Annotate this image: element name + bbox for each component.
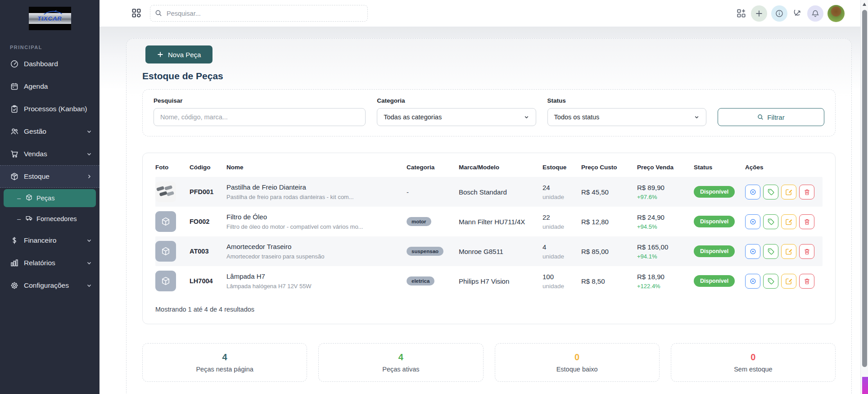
eye-icon bbox=[750, 189, 756, 195]
part-code: FO002 bbox=[190, 213, 226, 230]
sidebar-item-label: Configurações bbox=[24, 281, 81, 290]
tag-icon bbox=[768, 218, 774, 225]
cube-icon bbox=[161, 217, 170, 226]
table-body: PFD001 Pastilha de Freio Dianteira Pasti… bbox=[155, 177, 823, 296]
view-button[interactable] bbox=[745, 214, 760, 229]
sidebar-item-label: Dashboard bbox=[24, 60, 92, 68]
corner-accent bbox=[862, 377, 868, 394]
page-scrollbar[interactable] bbox=[860, 0, 868, 394]
eye-icon bbox=[750, 218, 756, 225]
stock-quantity: 4 bbox=[542, 243, 578, 251]
part-name: Pastilha de Freio Dianteira bbox=[226, 183, 403, 191]
stock-quantity: 22 bbox=[542, 213, 578, 221]
apps-grid-icon[interactable] bbox=[131, 8, 142, 19]
sidebar-item-estoque[interactable]: Estoque bbox=[0, 165, 99, 188]
cost-price: R$ 85,00 bbox=[581, 243, 637, 260]
edit-button[interactable] bbox=[781, 214, 796, 229]
part-name: Filtro de Óleo bbox=[226, 213, 403, 221]
price-margin: +122.4% bbox=[637, 283, 690, 290]
eye-icon bbox=[750, 248, 756, 255]
filter-button[interactable]: Filtrar bbox=[718, 108, 824, 126]
column-header: Nome bbox=[226, 164, 407, 171]
part-photo bbox=[155, 211, 176, 232]
sidebar-item-gestao[interactable]: Gestão bbox=[0, 120, 99, 143]
delete-button[interactable] bbox=[799, 185, 814, 199]
sale-price: R$ 18,90 bbox=[637, 273, 690, 281]
satellite-dish-button[interactable] bbox=[791, 8, 803, 19]
brand-logo[interactable]: TIXCAR bbox=[0, 0, 99, 35]
sidebar-item-configuracoes[interactable]: Configurações bbox=[0, 274, 99, 297]
sidebar-item-fornecedores[interactable]: Fornecedores bbox=[4, 210, 96, 228]
stat-value: 0 bbox=[574, 352, 579, 362]
column-header: Preço Venda bbox=[637, 164, 694, 171]
edit-button[interactable] bbox=[781, 274, 796, 289]
sidebar-item-label: Agenda bbox=[24, 82, 92, 91]
tag-icon bbox=[768, 248, 774, 255]
part-photo bbox=[155, 241, 176, 262]
price-margin: +94.5% bbox=[637, 223, 690, 230]
info-button[interactable] bbox=[771, 5, 787, 22]
cost-price: R$ 8,50 bbox=[581, 273, 637, 290]
status-select[interactable]: Todos os status bbox=[547, 108, 706, 126]
bar-chart-icon bbox=[10, 259, 18, 267]
chevron-down-icon bbox=[86, 282, 92, 289]
stock-unit: unidade bbox=[542, 194, 578, 200]
scroll-up-arrow[interactable] bbox=[863, 3, 866, 6]
grid-plus-icon bbox=[737, 9, 746, 18]
sidebar-item-label: Peças bbox=[36, 195, 96, 202]
sidebar-item-label: Fornecedores bbox=[36, 215, 96, 222]
user-avatar[interactable] bbox=[827, 5, 845, 22]
speedometer-icon bbox=[10, 60, 18, 68]
stat-card-page-parts: 4 Peças nesta página bbox=[142, 343, 307, 382]
quick-add-button[interactable] bbox=[751, 5, 767, 22]
column-header: Status bbox=[694, 164, 745, 171]
stat-label: Peças ativas bbox=[382, 366, 419, 373]
sidebar-item-label: Estoque bbox=[24, 172, 81, 181]
notifications-button[interactable] bbox=[807, 5, 823, 22]
plus-icon bbox=[157, 51, 163, 58]
new-part-button[interactable]: Nova Peça bbox=[145, 45, 212, 63]
column-header: Preço Custo bbox=[581, 164, 637, 171]
page-title: Estoque de Peças bbox=[142, 71, 836, 82]
delete-button[interactable] bbox=[799, 244, 814, 259]
scrollbar-thumb[interactable] bbox=[862, 10, 867, 367]
sale-price: R$ 24,90 bbox=[637, 213, 690, 221]
sidebar-menu: Dashboard Agenda Processos (Kanban) Gest… bbox=[0, 53, 99, 297]
tag-button[interactable] bbox=[763, 214, 778, 229]
sidebar-item-processos[interactable]: Processos (Kanban) bbox=[0, 98, 99, 120]
chevron-down-icon bbox=[86, 128, 92, 135]
view-button[interactable] bbox=[745, 274, 760, 289]
table-row: AT003 Amortecedor Traseiro Amortecedor t… bbox=[155, 236, 823, 266]
stat-card-out-of-stock: 0 Sem estoque bbox=[671, 343, 836, 382]
sidebar-item-pecas[interactable]: Peças bbox=[4, 189, 96, 207]
tag-button[interactable] bbox=[763, 274, 778, 289]
chevron-right-icon bbox=[86, 173, 92, 180]
parts-search-input[interactable] bbox=[154, 108, 366, 126]
add-widget-button[interactable] bbox=[735, 8, 747, 19]
bell-icon bbox=[811, 9, 819, 18]
part-name: Lâmpada H7 bbox=[226, 272, 403, 280]
sidebar-item-financeiro[interactable]: Financeiro bbox=[0, 229, 99, 252]
global-search-input[interactable] bbox=[150, 5, 368, 22]
delete-button[interactable] bbox=[799, 214, 814, 229]
part-code: AT003 bbox=[190, 243, 226, 259]
sidebar-item-vendas[interactable]: Vendas bbox=[0, 143, 99, 165]
dollar-icon bbox=[10, 236, 18, 245]
part-name: Amortecedor Traseiro bbox=[226, 243, 403, 250]
table-header-row: Foto Código Nome Categoria Marca/Modelo … bbox=[155, 161, 823, 177]
sidebar-item-relatorios[interactable]: Relatórios bbox=[0, 252, 99, 274]
sidebar-item-agenda[interactable]: Agenda bbox=[0, 75, 99, 98]
view-button[interactable] bbox=[745, 244, 760, 259]
tag-button[interactable] bbox=[763, 244, 778, 259]
gear-icon bbox=[10, 281, 18, 290]
edit-button[interactable] bbox=[781, 244, 796, 259]
view-button[interactable] bbox=[745, 185, 760, 199]
pencil-icon bbox=[786, 248, 792, 255]
status-label: Status bbox=[547, 97, 706, 104]
search-label: Pesquisar bbox=[154, 97, 366, 104]
delete-button[interactable] bbox=[799, 274, 814, 289]
sidebar-item-dashboard[interactable]: Dashboard bbox=[0, 53, 99, 75]
category-select[interactable]: Todas as categorias bbox=[377, 108, 536, 126]
tag-button[interactable] bbox=[763, 185, 778, 199]
edit-button[interactable] bbox=[781, 185, 796, 199]
